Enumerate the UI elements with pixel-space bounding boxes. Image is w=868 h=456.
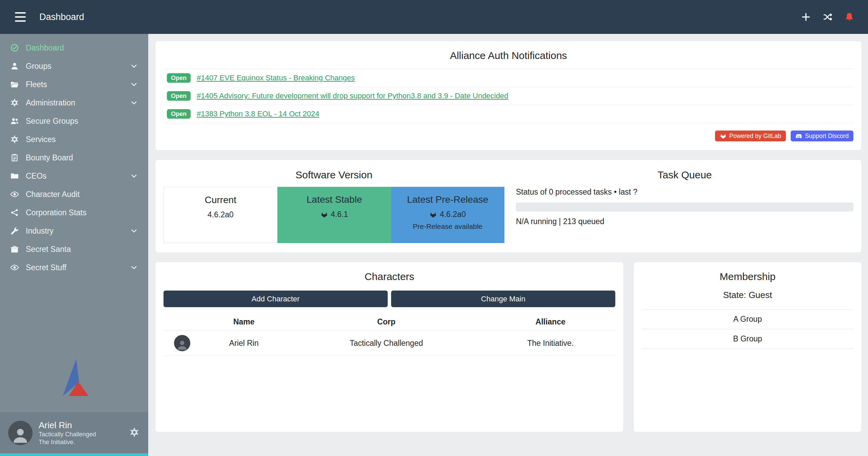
main-content: Alliance Auth Notifications Open #1407 E…	[148, 34, 868, 456]
sidebar-item-corporation-stats[interactable]: Corporation Stats	[0, 203, 148, 222]
group-row: B Group	[642, 329, 853, 349]
sidebar-nav: Dashboard Groups Fleets Administration S…	[0, 34, 148, 277]
software-version-title: Software Version	[163, 169, 504, 181]
chevron-down-icon	[130, 99, 138, 107]
chevron-down-icon	[130, 263, 138, 272]
notifications-bell-icon[interactable]	[844, 11, 855, 23]
sidebar-item-dashboard[interactable]: Dashboard	[0, 39, 148, 57]
eye-icon	[10, 263, 19, 272]
add-icon[interactable]	[800, 11, 812, 23]
version-box-label: Current	[164, 195, 277, 205]
chevron-down-icon	[130, 172, 138, 180]
version-number: 4.6.2a0	[208, 210, 234, 219]
character-row: Ariel Rin Tactically Challenged The Init…	[163, 331, 615, 356]
sidebar-item-secret-stuff[interactable]: Secret Stuff	[0, 258, 148, 277]
change-main-button[interactable]: Change Main	[391, 291, 615, 307]
version-number: 4.6.1	[331, 210, 348, 219]
sidebar-item-label: Administration	[26, 98, 126, 107]
navbar-actions	[800, 11, 855, 23]
gitlab-tanuki-icon	[429, 211, 437, 218]
sidebar-item-groups[interactable]: Groups	[0, 57, 148, 75]
support-discord-badge[interactable]: Support Discord	[791, 131, 853, 141]
sidebar-item-label: Industry	[26, 226, 126, 236]
sidebar-item-label: CEOs	[26, 172, 126, 181]
notification-link[interactable]: #1405 Advisory: Future development will …	[197, 92, 508, 100]
user-info: Ariel Rin Tactically Challenged The Init…	[39, 420, 122, 446]
gift-icon	[10, 245, 19, 254]
sidebar-item-ceos[interactable]: CEOs	[0, 167, 148, 185]
sidebar-item-secure-groups[interactable]: Secure Groups	[0, 112, 148, 130]
task-queue-counts: N/A running | 213 queued	[516, 217, 853, 226]
version-number: 4.6.2a0	[440, 210, 466, 219]
page-title: Dashboard	[39, 12, 84, 22]
sidebar-item-label: Secret Stuff	[26, 263, 126, 272]
alliance-logo	[0, 358, 148, 397]
software-version-section: Software Version Current 4.6.2a0 Latest …	[163, 169, 504, 243]
dashboard-icon	[10, 43, 19, 52]
add-character-button[interactable]: Add Character	[163, 291, 388, 307]
task-queue-section: Task Queue Status of 0 processed tasks •…	[516, 169, 853, 243]
notifications-card: Alliance Auth Notifications Open #1407 E…	[155, 41, 862, 151]
share-icon	[10, 208, 19, 217]
notifications-footer: Powered by GitLab Support Discord	[163, 131, 853, 141]
top-navbar: Dashboard	[0, 0, 868, 34]
sidebar-item-label: Services	[26, 135, 126, 144]
status-badge: Open	[167, 109, 191, 119]
powered-by-gitlab-badge[interactable]: Powered by GitLab	[715, 131, 786, 141]
notification-link[interactable]: #1407 EVE Equinox Status - Breaking Chan…	[197, 74, 355, 82]
sidebar-item-industry[interactable]: Industry	[0, 222, 148, 240]
user-icon	[10, 62, 19, 71]
clipboard-icon	[10, 153, 19, 162]
alliance-column-header: Alliance	[486, 313, 615, 331]
wrench-icon	[10, 226, 19, 235]
characters-buttons: Add Character Change Main	[163, 291, 615, 307]
version-box-note: Pre-Release available	[391, 222, 504, 231]
version-box: Latest Pre-Release 4.6.2a0 Pre-Release a…	[391, 187, 504, 243]
character-corp: Tactically Challenged	[287, 331, 486, 356]
sidebar-item-label: Secret Santa	[26, 245, 126, 254]
sidebar-item-label: Bounty Board	[26, 153, 126, 162]
user-name: Ariel Rin	[39, 420, 122, 431]
notifications-title: Alliance Auth Notifications	[163, 50, 853, 61]
sidebar-item-bounty-board[interactable]: Bounty Board	[0, 148, 148, 167]
status-badge: Open	[167, 91, 191, 101]
characters-title: Characters	[163, 271, 615, 282]
sidebar-item-label: Corporation Stats	[26, 208, 126, 217]
version-boxes: Current 4.6.2a0 Latest Stable 4.6.1	[163, 187, 504, 243]
character-name: Ariel Rin	[201, 331, 287, 356]
sidebar-item-label: Secure Groups	[26, 117, 126, 126]
membership-state: State: Guest	[642, 290, 853, 300]
character-avatar	[174, 335, 190, 351]
hamburger-menu-button[interactable]	[13, 10, 28, 24]
version-box-label: Latest Stable	[277, 194, 391, 205]
characters-table-body: Ariel Rin Tactically Challenged The Init…	[163, 331, 615, 356]
notification-link[interactable]: #1383 Python 3.8 EOL - 14 Oct 2024	[197, 110, 319, 118]
sidebar-bottom-accent	[0, 453, 148, 456]
folder-icon	[10, 172, 19, 180]
gitlab-tanuki-icon	[720, 133, 727, 139]
bottom-row: Characters Add Character Change Main Nam…	[155, 262, 862, 432]
user-avatar	[8, 421, 33, 445]
chevron-down-icon	[130, 80, 138, 88]
gitlab-tanuki-icon	[321, 211, 328, 218]
notification-row: Open #1405 Advisory: Future development …	[163, 87, 853, 105]
sidebar-item-services[interactable]: Services	[0, 130, 148, 148]
corp-column-header: Corp	[287, 313, 486, 331]
user-settings-gear-icon[interactable]	[129, 427, 140, 439]
sidebar-item-fleets[interactable]: Fleets	[0, 75, 148, 94]
characters-table-header: Name Corp Alliance	[163, 313, 615, 331]
name-column-header: Name	[201, 313, 287, 331]
notification-row: Open #1407 EVE Equinox Status - Breaking…	[163, 69, 853, 87]
version-box-version: 4.6.2a0	[164, 210, 277, 219]
notification-row: Open #1383 Python 3.8 EOL - 14 Oct 2024	[163, 105, 853, 123]
eye-icon	[10, 190, 19, 199]
membership-groups: A GroupB Group	[642, 309, 853, 349]
discord-icon	[795, 133, 802, 139]
version-box: Current 4.6.2a0	[163, 187, 277, 243]
user-corp: Tactically Challenged	[39, 431, 122, 438]
version-box-version: 4.6.2a0	[391, 210, 504, 219]
shuffle-icon[interactable]	[822, 11, 833, 23]
sidebar-item-administration[interactable]: Administration	[0, 94, 148, 112]
sidebar-item-character-audit[interactable]: Character Audit	[0, 185, 148, 203]
sidebar-item-secret-santa[interactable]: Secret Santa	[0, 240, 148, 258]
